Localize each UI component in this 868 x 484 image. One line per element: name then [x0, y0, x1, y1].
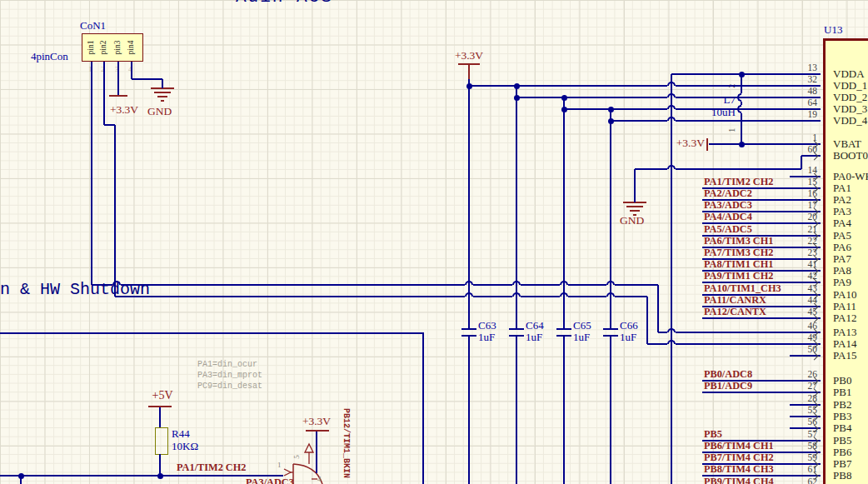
wire[interactable]	[131, 62, 132, 79]
wire[interactable]	[103, 62, 105, 125]
wire[interactable]	[563, 97, 565, 329]
wire[interactable]	[646, 297, 648, 344]
chip-pin-wire[interactable]	[658, 332, 667, 333]
wire[interactable]	[657, 285, 659, 332]
chip-pin-wire[interactable]	[647, 343, 667, 345]
capacitor-value: 1uF	[478, 332, 495, 343]
wire-hop	[667, 328, 676, 332]
capacitor-plate[interactable]	[556, 335, 571, 337]
net-label[interactable]: PB6/TIM4 CH1	[704, 441, 774, 452]
chip-pin-wire[interactable]	[469, 85, 667, 87]
wire[interactable]	[115, 296, 465, 297]
chip-pin-wire[interactable]	[564, 108, 667, 110]
wire[interactable]	[117, 62, 119, 95]
wire[interactable]	[114, 125, 116, 297]
capacitor-plate[interactable]	[603, 328, 618, 330]
power-33v-vbat-bar[interactable]	[706, 138, 708, 151]
chip-pin-wire[interactable]	[702, 317, 821, 319]
pin-number: 27	[775, 381, 817, 391]
connector-pin1-label: pin1	[87, 34, 96, 61]
pin-number: 62	[775, 477, 817, 484]
wire[interactable]	[615, 284, 658, 286]
wire[interactable]	[741, 113, 742, 144]
chip-pin-wire[interactable]	[676, 120, 821, 122]
wire[interactable]	[610, 336, 611, 484]
capacitor-plate[interactable]	[509, 335, 524, 337]
net-label[interactable]: PA1/TIM2 CH2	[704, 177, 773, 187]
capacitor-plate[interactable]	[461, 335, 476, 337]
wire[interactable]	[0, 475, 283, 477]
net-label[interactable]: PA9/TIM1 CH2	[704, 271, 773, 282]
junction-dot	[157, 473, 163, 479]
power-33v-gate-bar[interactable]	[306, 430, 329, 432]
wire[interactable]	[316, 432, 317, 473]
wire[interactable]	[634, 169, 636, 202]
pin-number: 28	[775, 393, 817, 403]
chip-pin-wire[interactable]	[611, 120, 667, 122]
wire[interactable]	[468, 336, 470, 484]
wire[interactable]	[521, 296, 560, 297]
wire[interactable]	[568, 284, 606, 286]
capacitor-plate[interactable]	[509, 328, 524, 330]
schematic-canvas: Adin ACS n & HW Shutdown PA1=din_ocur PA…	[0, 0, 868, 484]
gnd-con1-label: GND	[147, 106, 172, 117]
capacitor-plate[interactable]	[603, 335, 618, 337]
pin1-arrow-icon	[284, 469, 291, 476]
net-label-pa1-tim2[interactable]: PA1/TIM2 CH2	[177, 462, 246, 473]
net-label[interactable]: PA8/TIM1 CH1	[704, 259, 773, 270]
wire[interactable]	[516, 336, 517, 484]
net-label[interactable]: PB8/TIM4 CH3	[704, 464, 774, 475]
capacitor-plate[interactable]	[556, 328, 571, 330]
annotation-pa3: PA3=din_mprot	[197, 372, 262, 381]
net-label[interactable]: PB0/ADC8	[704, 369, 752, 380]
pin-name: PB4	[833, 422, 851, 434]
capacitor-plate[interactable]	[461, 328, 476, 330]
pin-number: 14	[775, 165, 817, 175]
net-label[interactable]: PB1/ADC9	[704, 381, 752, 392]
chip-pin-wire[interactable]	[516, 97, 667, 98]
connector-con1-type: 4pinCon	[31, 51, 68, 62]
wire[interactable]	[159, 407, 161, 427]
junction-dot	[18, 473, 24, 479]
wire[interactable]	[563, 336, 565, 484]
net-label[interactable]: PA10/TIM1_CH3	[704, 283, 781, 294]
wire[interactable]	[473, 296, 512, 297]
pin-number: 45	[775, 307, 817, 317]
capacitor-value: 1uF	[620, 332, 636, 343]
net-label[interactable]: PB5	[704, 429, 722, 440]
net-label[interactable]: PA7/TIM3 CH2	[704, 247, 773, 258]
net-label[interactable]: PA11/CANRX	[704, 295, 766, 306]
power-33v-top-stub	[468, 65, 470, 80]
wire[interactable]	[121, 284, 465, 286]
net-label[interactable]: PA6/TIM3 CH1	[704, 236, 773, 247]
wire[interactable]	[473, 284, 512, 286]
wire[interactable]	[92, 284, 112, 286]
net-label[interactable]: PA3/ADC3	[704, 200, 752, 211]
power-33v-con1-bar[interactable]	[109, 95, 127, 97]
pin-name: PB6	[833, 447, 851, 458]
wire[interactable]	[162, 79, 163, 88]
wire[interactable]	[91, 62, 92, 285]
wire[interactable]	[521, 284, 560, 286]
wire[interactable]	[671, 74, 672, 484]
wire[interactable]	[610, 109, 611, 329]
pin-number: 49	[775, 332, 817, 342]
net-label[interactable]: PB9/TIM4 CH4	[704, 477, 774, 484]
wire[interactable]	[568, 296, 606, 297]
resistor-r44-body[interactable]	[155, 427, 168, 455]
net-label[interactable]: PA12/CANTX	[704, 307, 766, 317]
wire[interactable]	[468, 79, 470, 329]
wire-hop	[667, 340, 676, 344]
net-label[interactable]: PA2/ADC2	[704, 188, 752, 199]
wire[interactable]	[132, 78, 162, 80]
net-label[interactable]: PA5/ADC5	[704, 224, 752, 235]
net-label[interactable]: PB7/TIM4 CH2	[704, 452, 774, 463]
annotation-pa1: PA1=din_ocur	[197, 361, 257, 370]
pin-name: VBAT	[833, 138, 861, 150]
net-label[interactable]: PA4/ADC4	[704, 212, 752, 222]
pin-name: PA7	[833, 253, 851, 265]
wire[interactable]	[516, 86, 517, 329]
connector-pin3-label: pin3	[114, 34, 122, 61]
wire[interactable]	[635, 168, 667, 170]
wire[interactable]	[615, 296, 647, 297]
